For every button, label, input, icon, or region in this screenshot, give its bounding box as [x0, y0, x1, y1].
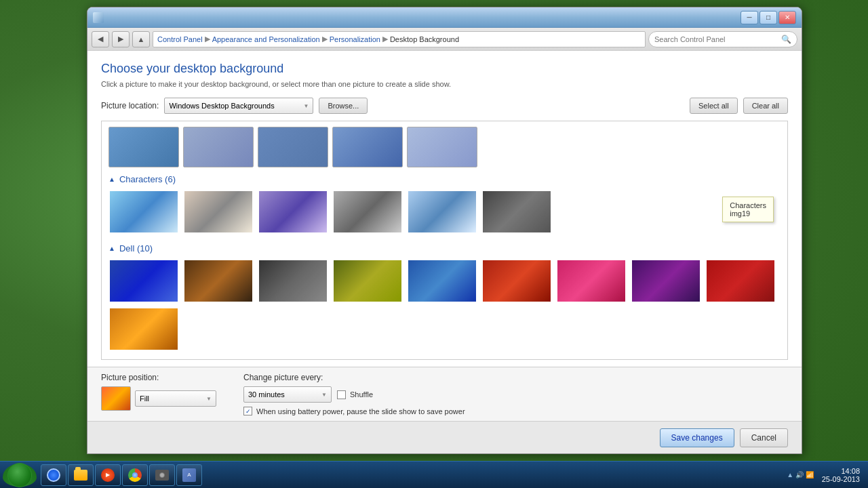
search-icon[interactable]: 🔍	[781, 35, 791, 44]
close-button[interactable]: ✕	[778, 11, 796, 24]
bottom-panel: Picture position: Fill ▼ Change picture …	[87, 367, 802, 421]
partial-thumb-3[interactable]	[258, 127, 328, 167]
shuffle-checkbox[interactable]	[337, 390, 346, 399]
address-bar: ◀ ▶ ▲ Control Panel ▶ Appearance and Per…	[87, 28, 802, 51]
characters-img-2	[184, 191, 252, 232]
save-changes-button[interactable]: Save changes	[660, 428, 734, 447]
content-area: Choose your desktop background Click a p…	[87, 51, 802, 367]
characters-thumb-1[interactable]	[108, 190, 179, 234]
characters-thumb-3[interactable]	[258, 190, 328, 234]
start-orb	[7, 463, 32, 487]
picture-position-label: Picture position:	[101, 373, 216, 382]
dell-thumb-6[interactable]	[481, 259, 552, 303]
taskbar-item-chrome[interactable]	[122, 464, 148, 486]
dell-img-6	[483, 260, 551, 302]
characters-collapse-arrow[interactable]: ▲	[108, 176, 115, 183]
dell-thumb-2[interactable]	[183, 259, 254, 303]
shuffle-row: Shuffle	[337, 390, 373, 399]
characters-img-5	[408, 191, 476, 232]
taskbar-item-camera[interactable]	[149, 464, 175, 486]
dell-thumb-10[interactable]	[108, 307, 179, 351]
position-preview	[101, 386, 131, 411]
interval-value: 30 minutes	[248, 390, 285, 399]
breadcrumb-appearance[interactable]: Appearance and Personalization	[212, 35, 320, 43]
characters-img-3	[259, 191, 327, 232]
interval-dropdown-arrow: ▼	[321, 392, 327, 398]
back-button[interactable]: ◀	[92, 31, 109, 47]
start-button[interactable]	[3, 464, 37, 487]
search-box[interactable]: 🔍	[648, 31, 797, 47]
dell-img-3	[259, 260, 327, 302]
clock-time: 14:08	[822, 467, 860, 475]
taskbar-item-media[interactable]: ▶	[95, 464, 121, 486]
page-subtitle: Click a picture to make it your desktop …	[101, 80, 788, 88]
page-title: Choose your desktop background	[101, 62, 788, 76]
interval-dropdown[interactable]: 30 minutes ▼	[243, 386, 332, 403]
characters-thumb-6[interactable]	[481, 190, 552, 234]
breadcrumb-control-panel[interactable]: Control Panel	[157, 35, 203, 43]
partial-thumb-1[interactable]	[108, 127, 179, 167]
picture-location-label: Picture location:	[101, 101, 159, 110]
maximize-button[interactable]: □	[760, 11, 777, 24]
change-picture-section: Change picture every: 30 minutes ▼ Shuff…	[243, 373, 465, 415]
title-bar-left	[93, 12, 104, 23]
dell-thumb-1[interactable]	[108, 259, 179, 303]
dell-category-title: Dell (10)	[119, 243, 153, 253]
battery-checkbox[interactable]	[243, 407, 252, 415]
characters-img-6	[483, 191, 551, 232]
scroll-content: ▲ Characters (6)	[102, 121, 787, 360]
location-dropdown[interactable]: Windows Desktop Backgrounds ▼	[164, 98, 313, 114]
taskbar: ▶ A ▲ 🔊 📶 14:08 25-09-2013	[0, 461, 868, 488]
tooltip-title: Characters	[730, 201, 766, 209]
title-bar: ─ □ ✕	[87, 7, 802, 28]
top-partial-row	[108, 127, 781, 167]
change-picture-label: Change picture every:	[243, 373, 465, 382]
cancel-button[interactable]: Cancel	[740, 428, 788, 447]
up-button[interactable]: ▲	[132, 31, 150, 47]
partial-thumb-4[interactable]	[332, 127, 403, 167]
position-select[interactable]: Fill ▼	[135, 390, 216, 407]
partial-thumb-2[interactable]	[183, 127, 254, 167]
taskbar-item-app[interactable]: A	[176, 464, 202, 486]
position-dropdown-arrow: ▼	[206, 396, 212, 402]
interval-row: 30 minutes ▼ Shuffle	[243, 386, 465, 403]
clock-date: 25-09-2013	[822, 475, 860, 483]
clock: 14:08 25-09-2013	[822, 467, 860, 483]
search-input[interactable]	[654, 35, 781, 43]
browse-button[interactable]: Browse...	[319, 98, 368, 114]
location-dropdown-arrow: ▼	[303, 103, 309, 109]
dell-img-9	[707, 260, 774, 302]
clear-all-button[interactable]: Clear all	[743, 98, 788, 114]
position-value: Fill	[140, 394, 149, 403]
characters-thumb-4[interactable]	[332, 190, 403, 234]
select-all-button[interactable]: Select all	[690, 98, 738, 114]
characters-thumb-2[interactable]	[183, 190, 254, 234]
dell-thumb-7[interactable]	[556, 259, 627, 303]
picture-position-section: Picture position: Fill ▼	[101, 373, 216, 411]
characters-category-header: ▲ Characters (6)	[108, 174, 781, 184]
tooltip-box: Characters img19	[722, 197, 774, 222]
partial-thumb-5[interactable]	[407, 127, 477, 167]
window-icon	[93, 12, 104, 23]
battery-checkbox-container: When using battery power, pause the slid…	[243, 407, 465, 415]
forward-button[interactable]: ▶	[112, 31, 130, 47]
minimize-button[interactable]: ─	[741, 11, 758, 24]
breadcrumb-sep-2: ▶	[322, 35, 328, 43]
location-value: Windows Desktop Backgrounds	[169, 102, 274, 110]
dell-thumb-5[interactable]	[407, 259, 477, 303]
position-dropdown-container: Fill ▼	[101, 386, 216, 411]
breadcrumb-personalization[interactable]: Personalization	[330, 35, 380, 43]
dell-collapse-arrow[interactable]: ▲	[108, 245, 115, 252]
characters-image-grid: Characters img19	[108, 190, 781, 234]
dell-thumb-4[interactable]	[332, 259, 403, 303]
dell-thumb-9[interactable]	[705, 259, 776, 303]
breadcrumb-sep-3: ▶	[382, 35, 388, 43]
dell-thumb-8[interactable]	[631, 259, 701, 303]
taskbar-item-ie[interactable]	[41, 464, 66, 486]
taskbar-item-folder[interactable]	[68, 464, 94, 486]
characters-thumb-5[interactable]	[407, 190, 477, 234]
dell-img-8	[632, 260, 700, 302]
image-scroll-area[interactable]: ▲ Characters (6)	[101, 121, 788, 360]
dell-thumb-3[interactable]	[258, 259, 328, 303]
dell-img-1	[110, 260, 178, 302]
